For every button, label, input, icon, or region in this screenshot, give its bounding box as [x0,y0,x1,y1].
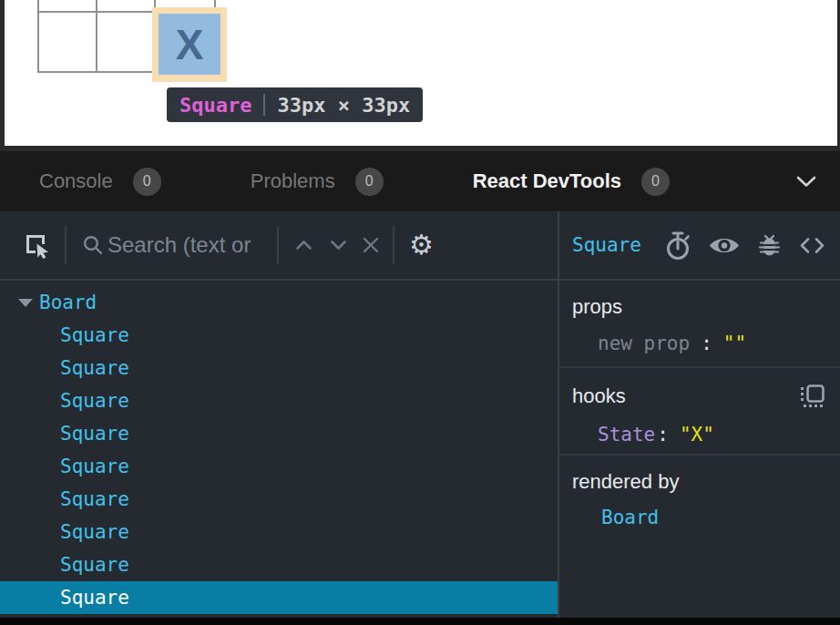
view-source-code-brackets-icon[interactable] [799,237,825,254]
component-name: Square [60,587,129,609]
tree-row-square[interactable]: Square [0,352,558,384]
gear-icon[interactable]: ⚙ [409,231,434,259]
search-next-chevron-down-icon[interactable] [330,240,347,251]
window-bottom-edge [0,618,840,625]
new-prop-input[interactable]: new prop [598,333,690,354]
component-name: Square [60,488,129,510]
search-input[interactable] [108,232,273,258]
inspect-highlight-content[interactable]: X [159,14,220,75]
tab-label: React DevTools [473,169,621,193]
parse-hook-names-icon[interactable] [798,383,825,410]
component-name: Square [60,521,129,543]
tab-count-badge: 0 [355,168,384,196]
devtools-tab-bar: Console 0 Problems 0 React DevTools 0 [0,151,840,211]
component-name: Square [60,554,129,576]
details-header: Square [559,211,840,281]
tab-console[interactable]: Console 0 [39,168,161,196]
components-toolbar: ⚙ [0,211,558,281]
tree-row-square[interactable]: Square [0,483,558,516]
inspect-dom-eye-icon[interactable] [709,235,740,256]
tab-count-badge: 0 [641,168,670,196]
props-heading: props [572,295,622,319]
hooks-section: hooks [559,368,840,456]
inspected-page-viewport: X Square 33px × 33px [0,0,840,146]
rendered-by-owner-link[interactable]: Board [572,507,827,528]
component-name: Square [60,357,129,379]
selected-component-title: Square [572,234,641,256]
tooltip-dimensions: 33px × 33px [277,94,410,117]
board-cell[interactable] [97,0,156,13]
rendered-by-section: rendered by Board [559,456,840,618]
tree-caret-icon[interactable] [18,299,33,307]
toolbar-divider [65,226,67,264]
inspect-element-icon[interactable] [23,231,50,260]
search-icon [82,234,104,256]
clear-search-icon[interactable] [362,236,380,254]
debug-bug-icon[interactable] [757,233,782,258]
collapse-panel-chevron-icon[interactable] [796,176,816,188]
components-pane: ⚙ Board Square Square Square Square Squa… [0,211,558,618]
details-header-icons [664,231,825,261]
component-name: Square [60,423,129,445]
search-previous-chevron-up-icon[interactable] [295,240,312,251]
tab-label: Problems [251,169,335,193]
key-value-colon: : [701,333,712,354]
board-cell[interactable] [39,13,97,71]
tab-label: Console [39,169,113,193]
tab-count-badge: 0 [133,168,161,196]
tree-row-square[interactable]: Square [0,516,558,548]
react-devtools-panel: ⚙ Board Square Square Square Square Squa… [0,211,840,618]
devtools-window: X Square 33px × 33px Console 0 Problems … [0,0,840,625]
component-name: Square [60,324,129,346]
hook-name-state[interactable]: State [598,424,655,446]
hook-value[interactable]: "X" [680,424,714,446]
tooltip-component-name: Square [179,94,251,117]
hooks-heading: hooks [572,384,626,408]
key-value-colon: : [657,424,669,446]
toolbar-divider [277,226,279,264]
tab-problems[interactable]: Problems 0 [251,168,384,196]
component-name: Square [60,390,129,412]
tree-row-square[interactable]: Square [0,417,558,450]
props-section: props new prop : "" [559,281,840,368]
board-cell[interactable] [39,0,97,13]
rendered-by-heading: rendered by [572,470,679,494]
tree-row-square-selected[interactable]: Square [0,581,558,614]
component-name: Board [39,292,97,313]
toolbar-divider [393,226,394,264]
inspect-overlay-tooltip: Square 33px × 33px [167,87,423,122]
tree-row-square[interactable]: Square [0,384,558,417]
tree-row-square[interactable]: Square [0,319,558,352]
component-details-pane: Square [558,211,840,618]
window-left-edge [0,0,5,146]
component-tree: Board Square Square Square Square Square… [0,281,558,618]
tooltip-divider [263,94,265,116]
tree-row-square[interactable]: Square [0,548,558,581]
tree-row-square[interactable]: Square [0,450,558,483]
board-cell[interactable] [97,13,156,71]
component-name: Square [60,456,129,477]
tree-row-board[interactable]: Board [0,286,558,319]
tab-react-devtools[interactable]: React DevTools 0 [473,168,670,196]
prop-value[interactable]: "" [723,333,746,354]
profiler-stopwatch-icon[interactable] [664,231,691,261]
